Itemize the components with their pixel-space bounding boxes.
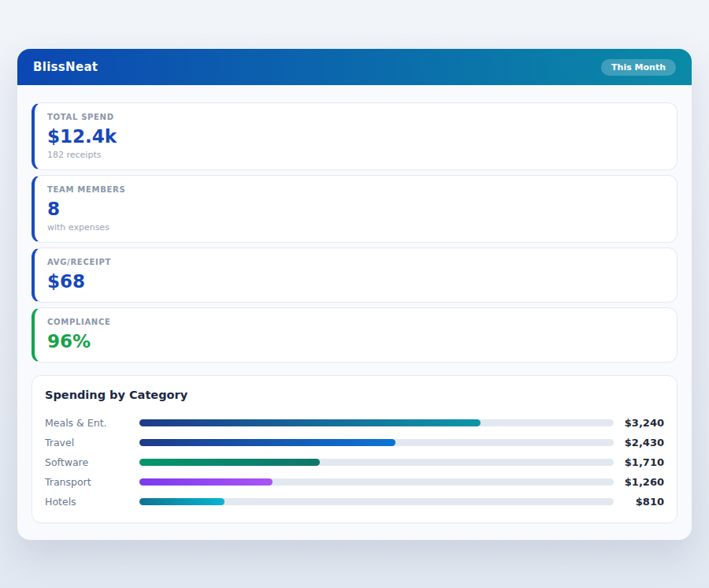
category-label: Travel: [45, 437, 139, 448]
category-value: $2,430: [614, 437, 664, 448]
chart-title: Spending by Category: [45, 389, 664, 402]
period-badge[interactable]: This Month: [601, 59, 676, 76]
category-bar-fill: [139, 478, 273, 486]
category-bar-track: [139, 419, 614, 426]
stat-label: TEAM MEMBERS: [47, 185, 664, 195]
stat-subtext: 182 receipts: [47, 150, 664, 160]
category-row: Travel $2,430: [45, 433, 664, 452]
stat-card: AVG/RECEIPT $68: [32, 247, 677, 303]
stat-label: AVG/RECEIPT: [47, 258, 664, 267]
app-body: TOTAL SPEND $12.4k 182 receipts TEAM MEM…: [17, 85, 692, 540]
stat-card: TEAM MEMBERS 8 with expenses: [32, 175, 677, 243]
category-label: Transport: [45, 476, 139, 488]
category-row: Meals & Ent. $3,240: [45, 413, 664, 433]
category-bar-fill: [139, 459, 320, 466]
category-value: $810: [614, 496, 664, 508]
stat-label: TOTAL SPEND: [47, 113, 664, 122]
stat-card: COMPLIANCE 96%: [32, 307, 677, 363]
category-bar-track: [139, 478, 614, 486]
category-row: Hotels $810: [45, 492, 664, 512]
app-header: BlissNeat This Month: [17, 49, 692, 85]
category-label: Hotels: [45, 496, 139, 508]
category-bar-fill: [139, 419, 481, 426]
category-label: Software: [45, 456, 139, 468]
stat-value: 8: [47, 199, 664, 220]
category-bar-track: [139, 439, 614, 446]
category-bar-track: [139, 498, 614, 505]
category-value: $3,240: [614, 417, 664, 429]
category-bar-track: [139, 459, 614, 466]
spending-by-category-card: Spending by Category Meals & Ent. $3,240…: [32, 375, 677, 523]
category-bar-fill: [139, 498, 225, 505]
app-title: BlissNeat: [33, 60, 98, 74]
stats-list: TOTAL SPEND $12.4k 182 receipts TEAM MEM…: [32, 102, 677, 363]
dashboard-card: BlissNeat This Month TOTAL SPEND $12.4k …: [17, 49, 692, 540]
stat-card: TOTAL SPEND $12.4k 182 receipts: [32, 102, 677, 170]
stat-label: COMPLIANCE: [47, 318, 664, 327]
category-row: Transport $1,260: [45, 472, 664, 492]
category-label: Meals & Ent.: [45, 417, 139, 429]
category-value: $1,710: [614, 456, 664, 468]
stat-subtext: with expenses: [47, 222, 664, 233]
stat-value: $68: [47, 271, 664, 292]
category-row: Software $1,710: [45, 452, 664, 472]
category-rows: Meals & Ent. $3,240 Travel $2,430 Softwa…: [45, 413, 664, 512]
category-value: $1,260: [614, 476, 664, 488]
category-bar-fill: [139, 439, 395, 446]
stat-value: 96%: [47, 331, 664, 352]
stat-value: $12.4k: [47, 126, 664, 147]
